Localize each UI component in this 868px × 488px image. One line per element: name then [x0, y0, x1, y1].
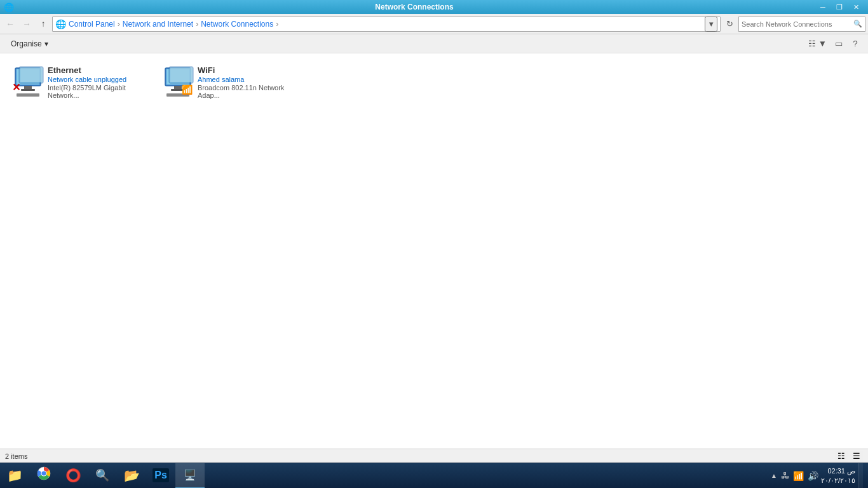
ethernet-adapter: Intel(R) 82579LM Gigabit Network...: [48, 84, 140, 99]
status-details-button[interactable]: ☰: [850, 451, 863, 462]
ethernet-item[interactable]: ✕ Ethernet Network cable unplugged Intel…: [6, 60, 146, 111]
view-options-button[interactable]: ☷ ▼: [805, 36, 830, 51]
taskbar-opera[interactable]: ⭕: [58, 463, 88, 489]
address-dropdown-button[interactable]: ▾: [705, 17, 717, 32]
breadcrumb-network-internet[interactable]: Network and Internet: [123, 20, 193, 29]
taskbar-chrome[interactable]: [29, 463, 58, 489]
svg-point-16: [42, 471, 46, 476]
svg-rect-2: [24, 86, 32, 89]
content-area: ✕ Ethernet Network cable unplugged Intel…: [0, 53, 868, 449]
breadcrumb-network-connections[interactable]: Network Connections: [201, 20, 273, 29]
up-button[interactable]: ↑: [36, 17, 51, 32]
speakers-icon: 📶: [793, 471, 804, 481]
help-button[interactable]: ?: [848, 36, 863, 51]
svg-rect-9: [174, 86, 182, 89]
wifi-item[interactable]: 📶 WiFi Ahmed salama Broadcom 802.11n Net…: [156, 60, 296, 111]
system-tray: ▲ 🖧 📶 🔊: [771, 471, 818, 481]
tray-expand-button[interactable]: ▲: [771, 472, 777, 479]
breadcrumb: Control Panel › Network and Internet › N…: [69, 20, 705, 29]
status-view-buttons: ☷ ☰: [835, 451, 863, 462]
taskbar-folder[interactable]: 📂: [117, 463, 146, 489]
close-button[interactable]: ✕: [848, 0, 864, 14]
svg-rect-13: [170, 68, 192, 82]
refresh-button[interactable]: ↻: [722, 17, 737, 32]
taskbar-right: ▲ 🖧 📶 🔊 02:31 ص ٢٠/٠٢/٢٠١٥: [766, 463, 868, 489]
svg-rect-6: [20, 68, 42, 82]
address-bar-row: ← → ↑ 🌐 Control Panel › Network and Inte…: [0, 14, 868, 34]
restore-button[interactable]: ❐: [831, 0, 848, 14]
svg-rect-3: [21, 89, 35, 91]
title-bar: 🌐 Network Connections ─ ❐ ✕: [0, 0, 868, 14]
address-bar[interactable]: 🌐 Control Panel › Network and Internet ›…: [52, 17, 721, 32]
status-bar: 2 items ☷ ☰: [0, 449, 868, 463]
status-large-icons-button[interactable]: ☷: [835, 451, 848, 462]
magnifier-icon: 🔍: [95, 468, 109, 482]
taskbar-file-explorer[interactable]: 📁: [0, 463, 29, 489]
taskbar-photoshop[interactable]: Ps: [146, 463, 175, 489]
svg-rect-4: [17, 93, 39, 97]
taskbar: 📁 ⭕ 🔍 📂 Ps: [0, 463, 868, 488]
folder-icon: 📂: [124, 468, 140, 483]
wifi-name: WiFi: [198, 65, 290, 75]
network-disconnected-icon: 🖧: [781, 471, 789, 480]
search-icon: 🔍: [853, 20, 862, 28]
wifi-icon-wrapper: 📶: [162, 65, 193, 96]
organise-arrow: ▾: [44, 39, 48, 48]
taskbar-search[interactable]: 🔍: [88, 463, 117, 489]
window-icon: 🌐: [4, 3, 14, 12]
wifi-info: WiFi Ahmed salama Broadcom 802.11n Netwo…: [198, 65, 290, 99]
breadcrumb-control-panel[interactable]: Control Panel: [69, 20, 115, 29]
clock-date: ٢٠/٠٢/٢٠١٥: [821, 476, 855, 485]
opera-icon: ⭕: [65, 468, 81, 483]
forward-button[interactable]: →: [19, 17, 34, 32]
ethernet-error-badge: ✕: [12, 81, 20, 93]
photoshop-icon: Ps: [153, 468, 169, 482]
window-controls: ─ ❐ ✕: [815, 0, 864, 14]
wifi-status: Ahmed salama: [198, 76, 290, 83]
ethernet-icon-wrapper: ✕: [12, 65, 43, 96]
minimize-button[interactable]: ─: [815, 0, 831, 14]
volume-icon: 🔊: [808, 471, 818, 481]
network-connections-taskbar-icon: 🖥️: [184, 469, 196, 481]
item-count: 2 items: [5, 452, 27, 460]
ethernet-status: Network cable unplugged: [48, 76, 140, 83]
clock-time: 02:31 ص: [827, 466, 855, 475]
file-explorer-icon: 📁: [7, 468, 23, 483]
toolbar-right: ☷ ▼ ▭ ?: [805, 36, 863, 51]
back-button[interactable]: ←: [3, 17, 18, 32]
taskbar-network-connections[interactable]: 🖥️: [175, 463, 205, 489]
chrome-icon: [37, 466, 51, 484]
wifi-signal-bars: 📶: [182, 85, 193, 95]
ethernet-name: Ethernet: [48, 65, 140, 75]
organise-button[interactable]: Organise ▾: [5, 36, 54, 51]
search-box: 🔍: [738, 17, 865, 32]
toolbar: Organise ▾ ☷ ▼ ▭ ?: [0, 34, 868, 53]
clock[interactable]: 02:31 ص ٢٠/٠٢/٢٠١٥: [821, 466, 855, 485]
organise-label: Organise: [11, 39, 42, 48]
window-title: Network Connections: [14, 3, 815, 11]
preview-pane-button[interactable]: ▭: [831, 36, 846, 51]
ethernet-info: Ethernet Network cable unplugged Intel(R…: [48, 65, 140, 99]
wifi-adapter: Broadcom 802.11n Network Adap...: [198, 84, 290, 99]
show-desktop-button[interactable]: [858, 463, 863, 489]
taskbar-items: 📁 ⭕ 🔍 📂 Ps: [0, 463, 205, 489]
search-input[interactable]: [742, 20, 851, 28]
